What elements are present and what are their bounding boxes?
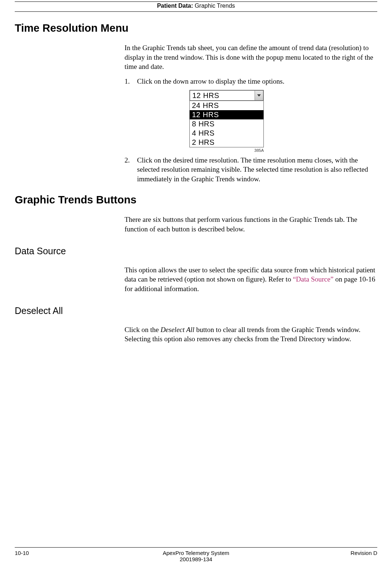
combobox-dropdown-button[interactable] [255,91,263,100]
heading-data-source: Data Source [15,246,377,256]
header-section-label: Patient Data: [157,3,193,9]
data-source-link[interactable]: “Data Source” [293,275,333,283]
list-item[interactable]: 2 HRS [190,138,263,147]
chevron-down-icon [257,94,261,97]
deselect-all-text: Click on the Deselect All button to clea… [125,325,375,344]
step-2: 2. Click on the desired time resolution.… [125,156,375,184]
list-item[interactable]: 12 HRS [190,110,263,119]
step-2-text: Click on the desired time resolution. Th… [137,156,375,184]
running-header: Patient Data: Graphic Trends [15,2,377,11]
time-resolution-intro: In the Graphic Trends tab sheet, you can… [125,43,375,71]
heading-deselect-all: Deselect All [15,305,377,316]
combobox-selected-value: 12 HRS [190,91,255,100]
footer-doc-number: 2001989-134 [66,556,326,562]
graphic-trends-buttons-intro: There are six buttons that perform vario… [125,215,375,234]
step-1: 1. Click on the down arrow to display th… [125,77,375,86]
time-resolution-listbox[interactable]: 24 HRS 12 HRS 8 HRS 4 HRS 2 HRS [189,101,264,147]
page-footer: 10-10 ApexPro Telemetry System 2001989-1… [15,547,377,562]
step-1-text: Click on the down arrow to display the t… [137,77,375,86]
deselect-all-emphasis: Deselect All [161,326,195,333]
footer-product: ApexPro Telemetry System [66,550,326,556]
list-item[interactable]: 24 HRS [190,101,263,110]
header-section-value: Graphic Trends [195,3,235,9]
heading-time-resolution-menu: Time Resolution Menu [15,22,377,34]
time-resolution-combobox[interactable]: 12 HRS [189,90,264,101]
list-item[interactable]: 8 HRS [190,119,263,129]
figure-caption: 385A [189,148,264,153]
step-1-number: 1. [125,77,137,86]
heading-graphic-trends-buttons: Graphic Trends Buttons [15,194,377,206]
time-resolution-figure: 12 HRS 24 HRS 12 HRS 8 HRS 4 HRS 2 HRS 3… [189,90,264,153]
footer-page-number: 10-10 [15,550,66,562]
list-item[interactable]: 4 HRS [190,129,263,138]
svg-marker-0 [257,94,261,97]
data-source-text: This option allows the user to select th… [125,265,375,294]
step-2-number: 2. [125,156,137,184]
footer-revision: Revision D [326,550,377,562]
